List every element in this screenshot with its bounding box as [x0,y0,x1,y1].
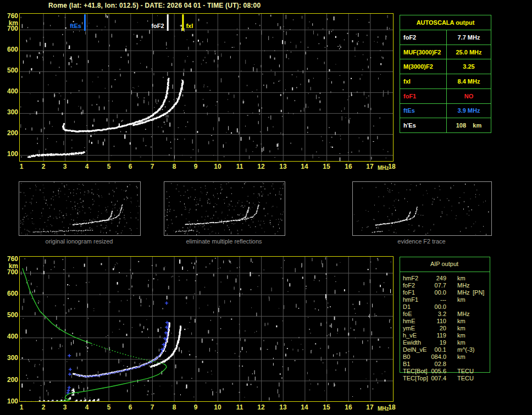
autoscala-row-M(3000)F2: M(3000)F23.25 [400,59,491,74]
parameter-value: --- [420,296,446,303]
marker-label-ftEs: ftEs [70,23,81,29]
aip-row-ymE: ymE20km [400,325,490,332]
x-tick-label: 15 [320,163,333,170]
aip-header-divider [400,272,490,272]
x-axis-unit-label: MHz [378,406,389,412]
parameter-unit: MHz [457,289,470,296]
aip-row-TEC[Top]: TEC[Top]007.4TECU [400,375,490,382]
thumbnail-1 [19,181,141,236]
x-tick-label: 15 [320,403,333,411]
y-tick-label: 200 [0,377,18,384]
parameter-value: 00.0 [420,289,446,296]
autoscala-output-table: AUTOSCALA output foF27.7 MHzMUF(3000)F22… [400,15,491,133]
parameter-name: ftEs [400,104,447,118]
parameter-value: 25.0 MHz [447,45,491,59]
x-tick-label: 11 [233,163,246,170]
autoscala-app-window: Rome (lat: +41.8, lon: 012.5) - DATE: 20… [0,0,532,415]
x-tick-label: 7 [146,163,159,170]
x-tick-label: 8 [168,403,181,411]
x-axis-unit-label: MHz [378,165,389,171]
x-tick-label: 12 [254,403,268,411]
x-tick-label: 14 [298,403,311,411]
parameter-unit: km [457,332,465,339]
parameter-value: 005.6 [420,368,446,375]
parameter-name: foF2 [400,30,447,45]
y-tick-label: 200 [0,130,18,137]
x-tick-label: 10 [211,403,224,411]
bottom-ionogram-plot [19,256,394,402]
x-tick-label: 11 [233,403,246,411]
parameter-value: 00.0 [420,303,446,311]
aip-row-h_vE: h_vE119km [400,332,490,339]
thumbnail-canvas [19,182,140,235]
parameter-flag: [PN] [473,289,484,296]
marker-label-fxI: fxI [186,23,193,29]
autoscala-table-header: AUTOSCALA output [400,15,491,30]
parameter-unit: km [457,296,465,303]
x-tick-label: 3 [58,163,71,170]
x-tick-label: 14 [298,163,311,170]
thumbnail-caption: evidence F2 trace [352,238,491,245]
thumbnail-3 [352,181,492,236]
x-tick-label: 10 [211,163,224,170]
x-tick-label: 7 [146,403,159,411]
x-tick-label: 17 [363,163,376,170]
parameter-unit: km [457,275,465,282]
parameter-name: foE [403,311,412,318]
top-ionogram-canvas: ftEsfoF2fxI [20,14,393,161]
x-tick-label: 9 [189,403,202,411]
x-tick-label: 13 [276,403,290,411]
thumbnail-canvas [164,182,285,235]
y-tick-label: 400 [0,88,18,95]
parameter-unit: km [457,325,465,332]
x-tick-label: 16 [342,163,355,170]
station-title: Rome (lat: +41.8, lon: 012.5) - DATE: 20… [48,2,261,9]
parameter-value: 110 [420,318,446,325]
aip-row-hmF2: hmF2249km [400,275,490,282]
y-tick-label: 300 [0,109,18,116]
x-tick-label: 1 [15,403,28,411]
aip-row-hmE: hmE110km [400,318,490,325]
parameter-name: h'Es [400,118,447,132]
x-tick-label: 4 [80,163,93,170]
marker-label-foF2: foF2 [151,23,164,29]
parameter-value: 07.7 [420,282,446,289]
thumbnail-canvas [353,182,491,235]
aip-row-TEC[Bot]: TEC[Bot]005.6TECU [400,368,490,375]
aip-table-header: AIP output [400,261,489,267]
aip-row-foF1: foF100.0MHz[PN] [400,289,490,296]
parameter-name: fxI [400,74,447,88]
x-tick-label: 4 [80,403,93,411]
parameter-name: foF1 [403,289,415,296]
parameter-unit: TECU [457,368,474,375]
y-tick-label: 500 [0,312,18,319]
parameter-value: 249 [420,275,446,282]
y-tick-label: 700 [0,269,18,276]
parameter-unit: MHz [457,311,470,318]
aip-row-foE: foE3.2MHz [400,311,490,318]
parameter-unit: m^(-3) [457,346,474,353]
aip-row-hmF1: hmF1---km [400,296,490,303]
x-tick-label: 12 [254,163,268,170]
x-tick-label: 13 [276,163,290,170]
x-tick-label: 6 [124,163,137,170]
parameter-name: M(3000)F2 [400,59,447,74]
parameter-value: 19 [420,339,446,346]
parameter-name: ymE [403,325,415,332]
x-tick-label: 1 [15,163,28,170]
x-tick-label: 8 [168,163,181,170]
y-tick-label: 100 [0,151,18,158]
autoscala-row-MUF(3000)F2: MUF(3000)F225.0 MHz [400,45,491,59]
parameter-unit: km [457,318,465,325]
autoscala-row-h'Es: h'Es108 km [400,118,491,132]
aip-row-DelN_vE: DelN_vE00.1m^(-3) [400,346,490,353]
parameter-value: 3.25 [447,59,491,74]
thumbnail-2 [164,181,285,236]
aip-row-D1: D100.0 [400,303,490,311]
y-tick-label: 600 [0,46,18,53]
parameter-unit: km [457,339,465,346]
parameter-unit: TECU [457,375,474,382]
parameter-value: 007.4 [420,375,446,382]
thumbnail-caption: eliminate multiple reflections [164,238,284,245]
parameter-name: MUF(3000)F2 [400,45,447,59]
